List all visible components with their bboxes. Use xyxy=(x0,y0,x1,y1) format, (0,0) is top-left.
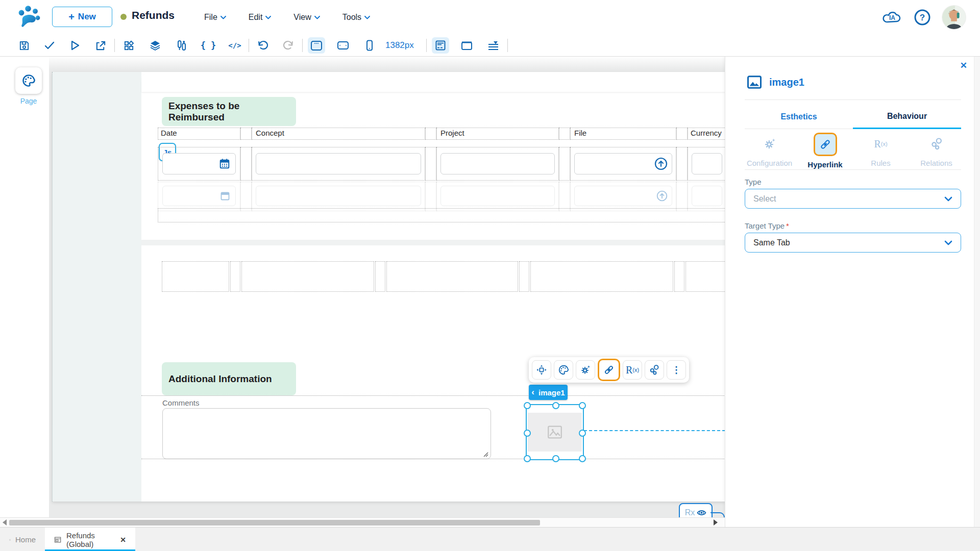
grid-empty-row[interactable] xyxy=(158,208,725,222)
upload-icon[interactable] xyxy=(654,157,668,170)
menu-tools[interactable]: Tools xyxy=(342,13,370,22)
menu-file[interactable]: File xyxy=(204,13,226,22)
column-header-project[interactable]: Project xyxy=(440,129,464,137)
chevron-down-icon xyxy=(265,16,271,19)
section-title-expenses[interactable]: Expenses to be Reimbursed xyxy=(162,97,296,126)
new-button[interactable]: + New xyxy=(52,7,112,27)
move-button[interactable] xyxy=(532,360,551,380)
validate-button[interactable] xyxy=(41,37,58,54)
currency-field[interactable] xyxy=(692,153,722,174)
link-icon xyxy=(603,364,615,375)
resize-handle-w[interactable] xyxy=(524,430,531,437)
close-tab-icon[interactable]: ✕ xyxy=(120,536,126,544)
resize-handle-icon[interactable] xyxy=(483,452,488,457)
concept-field[interactable] xyxy=(256,153,421,174)
viewport-width-value[interactable]: 1382px xyxy=(385,40,414,51)
resize-handle-s[interactable] xyxy=(552,455,559,462)
resize-handle-se[interactable] xyxy=(579,455,586,462)
subtab-relations[interactable]: Relations xyxy=(909,133,964,169)
device-tablet-button[interactable] xyxy=(334,37,352,54)
empty-cell[interactable] xyxy=(685,261,726,292)
empty-cell[interactable] xyxy=(530,261,673,292)
browser-frame-button[interactable] xyxy=(458,37,476,54)
help-icon[interactable]: ? xyxy=(914,9,931,26)
image1-element[interactable] xyxy=(526,404,584,460)
source-code-button[interactable]: </> xyxy=(226,37,243,54)
svg-text:IA: IA xyxy=(889,14,895,21)
page-palette-button[interactable] xyxy=(15,67,42,94)
settings-button[interactable] xyxy=(576,360,595,380)
date-field[interactable] xyxy=(162,153,236,174)
empty-cell[interactable] xyxy=(241,261,374,292)
tab-behaviour[interactable]: Behaviour xyxy=(853,105,961,129)
column-header-currency[interactable]: Currency xyxy=(691,129,722,137)
resize-handle-e[interactable] xyxy=(579,430,586,437)
variables-button[interactable]: { } xyxy=(200,37,217,54)
resize-handle-nw[interactable] xyxy=(524,402,531,409)
horizontal-scrollbar[interactable] xyxy=(0,517,725,528)
type-dropdown[interactable]: Select xyxy=(745,189,961,209)
menu-edit-label: Edit xyxy=(249,13,263,22)
tab-home[interactable]: Home xyxy=(0,528,45,551)
publish-button[interactable] xyxy=(92,37,109,54)
empty-cell[interactable] xyxy=(386,261,518,292)
ia-assistant-icon[interactable]: IA xyxy=(882,8,902,27)
close-panel-icon[interactable]: ✕ xyxy=(960,60,967,71)
components-grid-icon xyxy=(124,40,134,51)
more-options-button[interactable]: ⋮ xyxy=(667,360,686,380)
resize-handle-n[interactable] xyxy=(552,402,559,409)
style-button[interactable] xyxy=(554,360,573,380)
tab-refunds-global[interactable]: Refunds (Global) ✕ xyxy=(45,528,135,551)
panel-scrollbar[interactable] xyxy=(974,56,980,527)
file-field[interactable] xyxy=(574,153,672,174)
tablet-icon xyxy=(337,41,349,50)
column-header-concept[interactable]: Concept xyxy=(256,129,284,137)
menu-view[interactable]: View xyxy=(293,13,320,22)
hyperlink-button[interactable] xyxy=(598,359,620,381)
preview-play-button[interactable] xyxy=(66,37,84,54)
type-label-text: Type xyxy=(745,178,762,186)
connections-button[interactable] xyxy=(173,37,190,54)
subtab-configuration[interactable]: Configuration xyxy=(742,133,797,169)
scroll-right-arrow[interactable] xyxy=(714,519,718,525)
redo-button[interactable] xyxy=(280,37,297,54)
device-mobile-button[interactable] xyxy=(361,37,378,54)
scrollbar-thumb[interactable] xyxy=(9,520,540,525)
empty-spacer xyxy=(230,261,240,292)
relations-button[interactable] xyxy=(645,360,664,380)
column-header-date[interactable]: Date xyxy=(161,129,177,137)
selected-element-badge[interactable]: ‹ image1 xyxy=(529,385,568,400)
layers-button[interactable] xyxy=(146,37,164,54)
undo-icon xyxy=(257,40,268,51)
device-desktop-button[interactable] xyxy=(308,37,325,54)
target-type-dropdown[interactable]: Same Tab xyxy=(745,233,961,253)
toolbar-shadow xyxy=(49,56,725,69)
resize-handle-ne[interactable] xyxy=(579,402,586,409)
scroll-left-arrow[interactable] xyxy=(3,519,7,525)
comments-textarea[interactable] xyxy=(162,408,491,459)
editor-toolbar: { } </> 1382px xyxy=(0,35,980,57)
sort-filter-button[interactable] xyxy=(485,37,502,54)
section-title-additional[interactable]: Additional Information xyxy=(162,362,296,395)
subtab-rules[interactable]: R(x) Rules xyxy=(853,133,909,169)
layout-rows-button[interactable] xyxy=(432,37,449,54)
undo-button[interactable] xyxy=(254,37,272,54)
tab-esthetics[interactable]: Esthetics xyxy=(745,105,853,129)
project-field[interactable] xyxy=(440,153,555,174)
app-logo-icon[interactable] xyxy=(17,5,41,28)
user-avatar[interactable] xyxy=(942,6,966,29)
menu-edit[interactable]: Edit xyxy=(249,13,272,22)
calendar-icon[interactable] xyxy=(219,158,230,169)
empty-cell[interactable] xyxy=(162,261,229,292)
resize-handle-sw[interactable] xyxy=(524,455,531,462)
components-button[interactable] xyxy=(120,37,137,54)
gear-sparkle-icon xyxy=(580,364,591,375)
page-top-bar[interactable] xyxy=(141,72,725,92)
save-button[interactable] xyxy=(15,37,33,54)
selected-element-name: image1 xyxy=(538,388,565,397)
column-header-file[interactable]: File xyxy=(574,129,586,137)
back-chevron-icon[interactable]: ‹ xyxy=(531,387,534,397)
rules-button[interactable]: R(x) xyxy=(623,360,642,380)
subtab-hyperlink[interactable]: Hyperlink xyxy=(797,133,853,169)
design-canvas-page[interactable]: Expenses to be Reimbursed Date Concept P… xyxy=(52,72,725,502)
